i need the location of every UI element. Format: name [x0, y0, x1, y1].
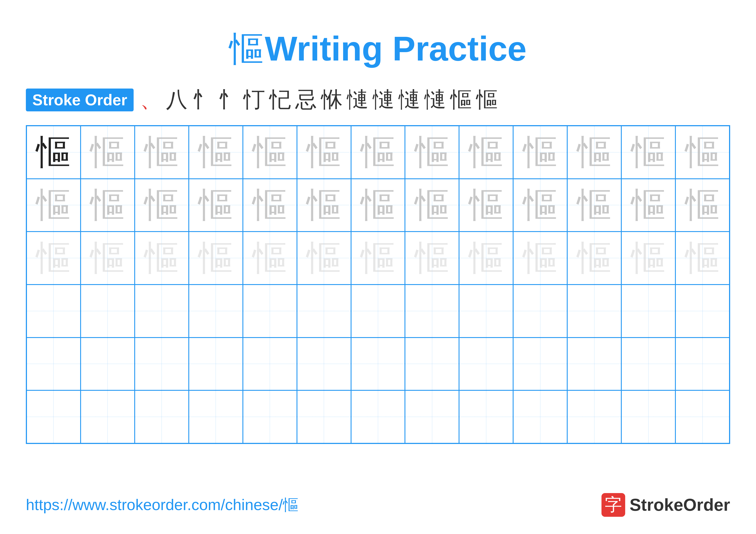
grid-cell[interactable]: [621, 390, 675, 443]
grid-cell: 慪: [243, 232, 297, 285]
grid-cell: 慪: [459, 179, 513, 232]
title-character: 慪: [229, 30, 264, 68]
grid-cell[interactable]: [351, 338, 405, 391]
grid-cell: 慪: [81, 179, 135, 232]
practice-char: 慪: [145, 235, 179, 281]
practice-char: 慪: [685, 235, 720, 281]
stroke-2: 八: [166, 85, 187, 114]
grid-cell[interactable]: [621, 338, 675, 391]
grid-cell[interactable]: [513, 285, 567, 338]
grid-cell[interactable]: [459, 338, 513, 391]
practice-char: 慪: [90, 129, 125, 176]
practice-char: 慪: [685, 129, 720, 176]
grid-cell: 慪: [513, 179, 567, 232]
grid-cell: 慪: [135, 126, 189, 179]
grid-cell[interactable]: [135, 338, 189, 391]
grid-cell[interactable]: [459, 390, 513, 443]
practice-char: 慪: [90, 182, 125, 228]
grid-cell: 慪: [351, 232, 405, 285]
grid-cell[interactable]: [459, 285, 513, 338]
footer: https://www.strokeorder.com/chinese/慪 字 …: [26, 493, 730, 517]
stroke-7: 忌: [295, 85, 317, 114]
grid-cell[interactable]: [405, 390, 459, 443]
grid-cell[interactable]: [405, 338, 459, 391]
grid-cell[interactable]: [135, 390, 189, 443]
practice-char: 慪: [469, 182, 503, 228]
grid-cell[interactable]: [513, 390, 567, 443]
practice-char: 慪: [577, 182, 611, 228]
grid-cell[interactable]: [621, 285, 675, 338]
practice-char: 慪: [577, 235, 611, 281]
grid-cell[interactable]: [675, 390, 729, 443]
grid-cell[interactable]: [297, 285, 351, 338]
practice-char: 慪: [199, 182, 233, 228]
grid-cell[interactable]: [243, 285, 297, 338]
grid-cell: 慪: [351, 126, 405, 179]
grid-cell[interactable]: [351, 390, 405, 443]
grid-cell: 慪: [297, 232, 351, 285]
grid-cell[interactable]: [81, 338, 135, 391]
practice-char: 慪: [199, 235, 233, 281]
grid-cell[interactable]: [297, 338, 351, 391]
grid-cell: 慪: [405, 179, 459, 232]
grid-cell[interactable]: [567, 338, 621, 391]
grid-cell: 慪: [567, 179, 621, 232]
grid-cell[interactable]: [135, 285, 189, 338]
stroke-10: 慩: [373, 85, 394, 114]
grid-cell[interactable]: [243, 390, 297, 443]
practice-char: 慪: [253, 235, 287, 281]
brand-icon: 字: [602, 493, 625, 517]
grid-cell[interactable]: [675, 338, 729, 391]
grid-cell[interactable]: [27, 285, 81, 338]
footer-brand: 字 StrokeOrder: [602, 493, 730, 517]
stroke-9: 慩: [347, 85, 368, 114]
grid-cell: 慪: [675, 126, 729, 179]
practice-char: 慪: [36, 235, 71, 281]
stroke-1: 、: [140, 85, 162, 114]
grid-cell[interactable]: [675, 285, 729, 338]
practice-char: 慪: [307, 235, 341, 281]
practice-char: 慪: [361, 129, 395, 176]
grid-cell[interactable]: [189, 285, 243, 338]
grid-cell: 慪: [513, 232, 567, 285]
practice-char: 慪: [361, 235, 395, 281]
grid-cell: 慪: [297, 126, 351, 179]
stroke-6: 忋: [269, 85, 291, 114]
practice-char: 慪: [415, 182, 449, 228]
stroke-5: 忊: [244, 85, 265, 114]
grid-cell[interactable]: [567, 285, 621, 338]
practice-char: 慪: [685, 182, 720, 228]
practice-char: 慪: [523, 182, 557, 228]
grid-cell[interactable]: [297, 390, 351, 443]
stroke-8: 恘: [321, 85, 343, 114]
grid-cell: 慪: [567, 126, 621, 179]
grid-cell[interactable]: [81, 390, 135, 443]
grid-cell: 慪: [189, 232, 243, 285]
practice-char: 慪: [36, 129, 71, 176]
practice-char: 慪: [307, 129, 341, 176]
grid-cell: 慪: [27, 232, 81, 285]
stroke-11: 慩: [399, 85, 420, 114]
grid-cell: 慪: [135, 232, 189, 285]
grid-cell: 慪: [243, 179, 297, 232]
stroke-sequence: 、 八 忄 忄 忊 忋 忌 恘 慩 慩 慩 慩 慪 慪: [140, 85, 730, 114]
stroke-order-row: Stroke Order 、 八 忄 忄 忊 忋 忌 恘 慩 慩 慩 慩 慪 慪: [26, 85, 730, 114]
grid-cell[interactable]: [513, 338, 567, 391]
grid-cell: 慪: [27, 126, 81, 179]
grid-cell[interactable]: [27, 338, 81, 391]
grid-cell[interactable]: [567, 390, 621, 443]
grid-cell: 慪: [459, 126, 513, 179]
grid-cell: 慪: [621, 126, 675, 179]
grid-cell[interactable]: [351, 285, 405, 338]
grid-cell[interactable]: [243, 338, 297, 391]
footer-url: https://www.strokeorder.com/chinese/慪: [26, 495, 298, 515]
practice-char: 慪: [631, 235, 666, 281]
grid-cell[interactable]: [405, 285, 459, 338]
grid-cell: 慪: [621, 179, 675, 232]
grid-cell[interactable]: [81, 285, 135, 338]
practice-char: 慪: [415, 235, 449, 281]
grid-cell[interactable]: [27, 390, 81, 443]
grid-cell[interactable]: [189, 390, 243, 443]
grid-cell[interactable]: [189, 338, 243, 391]
grid-cell: 慪: [27, 179, 81, 232]
